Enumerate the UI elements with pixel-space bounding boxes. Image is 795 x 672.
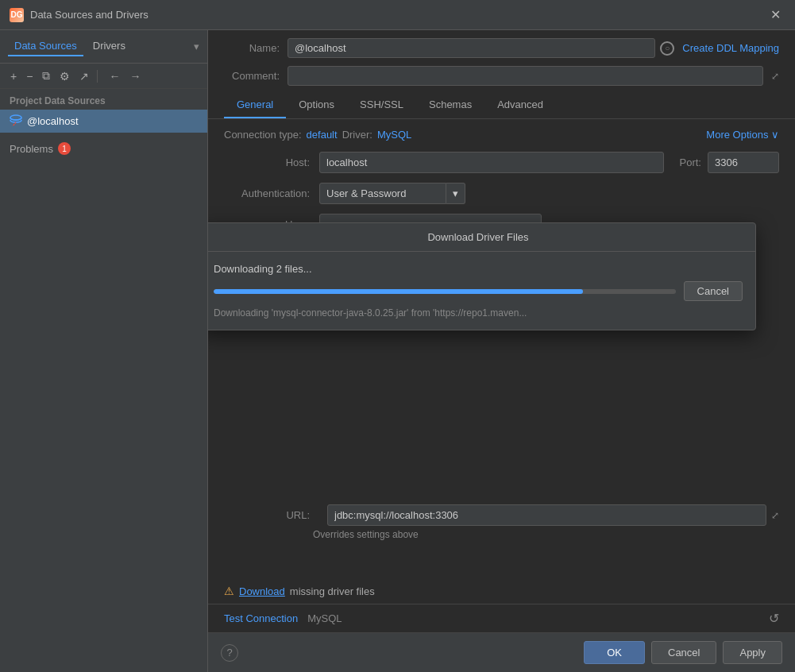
forward-button[interactable]: → [125,68,145,85]
url-label: URL: [224,509,319,521]
sidebar: Data Sources Drivers ▾ + − ⧉ ⚙ ↗ ← → Pro… [0,30,208,672]
comment-input[interactable] [288,66,763,86]
tab-advanced[interactable]: Advanced [484,92,556,118]
url-field-wrap: URL: ⤢ [224,504,779,526]
overrides-note: Overrides settings above [208,529,795,546]
sidebar-toolbar: + − ⧉ ⚙ ↗ ← → [0,64,207,89]
sidebar-item-label-localhost: @localhost [27,115,79,127]
driver-label: Driver: [342,129,372,141]
name-input-wrap: ○ [288,38,674,58]
test-connection-button[interactable]: Test Connection [224,612,298,624]
reset-button[interactable]: ↺ [769,611,779,626]
cancel-button[interactable]: Cancel [651,641,716,664]
port-input[interactable] [708,152,779,173]
missing-text: missing driver files [290,585,375,597]
dialog-title: Download Driver Files [208,223,755,252]
warning-icon: ⚠ [224,585,234,597]
download-detail: Downloading 'mysql-connector-java-8.0.25… [214,307,743,319]
dialog-body: Downloading 2 files... Cancel Downloadin… [208,252,755,330]
sidebar-tab-drivers[interactable]: Drivers [87,37,132,56]
title-bar-left: DG Data Sources and Drivers [10,8,149,22]
auth-row: Authentication: User & Password No auth … [224,183,779,204]
download-cancel-button[interactable]: Cancel [684,281,743,301]
comment-label: Comment: [224,70,280,82]
auth-select[interactable]: User & Password No auth Username only [319,183,446,204]
progress-bar-fill [214,289,583,294]
ok-button[interactable]: OK [584,641,645,664]
main-layout: Data Sources Drivers ▾ + − ⧉ ⚙ ↗ ← → Pro… [0,30,795,672]
expand-comment-button[interactable]: ⤢ [771,71,779,82]
share-button[interactable]: ↗ [75,68,93,85]
problems-section: Problems 1 [0,136,207,161]
title-bar: DG Data Sources and Drivers ✕ [0,0,795,30]
problems-label: Problems [10,143,53,155]
auth-label: Authentication: [224,187,319,199]
add-datasource-button[interactable]: + [6,68,21,85]
tab-options[interactable]: Options [286,92,347,118]
download-dialog: Download Driver Files Downloading 2 file… [208,222,756,330]
host-port-row: Host: Port: [224,152,779,173]
conn-info: Connection type: default Driver: MySQL [224,129,411,141]
sync-icon: ○ [660,41,674,56]
driver-value[interactable]: MySQL [377,129,411,141]
tabs-bar: General Options SSH/SSL Schemas Advanced [208,92,795,119]
sidebar-tab-arrow[interactable]: ▾ [194,41,199,52]
test-connection-label: MySQL [307,612,342,624]
expand-url-button[interactable]: ⤢ [771,510,779,521]
help-button[interactable]: ? [221,644,238,662]
name-label: Name: [224,42,280,54]
copy-datasource-button[interactable]: ⧉ [38,67,54,85]
remove-datasource-button[interactable]: − [22,68,37,85]
connection-type-row: Connection type: default Driver: MySQL M… [224,129,779,141]
content-area: Name: ○ Create DDL Mapping Comment: ⤢ Ge… [208,30,795,672]
comment-row: Comment: ⤢ [208,63,795,92]
app-icon: DG [10,8,24,22]
bottom-buttons: OK Cancel Apply [584,641,782,664]
download-missing-row: ⚠ Download missing driver files [208,578,795,604]
toolbar-separator [97,70,98,83]
datasource-icon [10,114,22,129]
url-input[interactable] [327,504,766,526]
url-input-wrap: ⤢ [327,504,779,526]
sidebar-tabs: Data Sources Drivers ▾ [0,30,207,64]
downloading-label: Downloading 2 files... [214,263,743,275]
name-input[interactable] [288,38,655,58]
url-row: URL: ⤢ [208,495,795,529]
problems-badge: 1 [58,142,71,155]
apply-button[interactable]: Apply [723,641,782,664]
connection-type-value[interactable]: default [307,129,338,141]
project-data-sources-label: Project Data Sources [0,89,207,110]
download-link[interactable]: Download [239,585,285,597]
auth-select-arrow[interactable]: ▾ [446,183,465,204]
host-label: Host: [224,156,319,168]
create-ddl-button[interactable]: Create DDL Mapping [682,42,779,54]
test-connection-row: Test Connection MySQL ↺ [208,604,795,632]
connection-type-label: Connection type: [224,129,302,141]
svg-line-1 [13,122,16,126]
more-options-button[interactable]: More Options ∨ [706,129,779,141]
auth-select-wrap: User & Password No auth Username only ▾ [319,183,465,204]
close-button[interactable]: ✕ [766,6,785,24]
settings-button[interactable]: ⚙ [56,68,74,85]
progress-row: Cancel [214,281,743,301]
sidebar-item-localhost[interactable]: @localhost [0,110,207,133]
tab-general[interactable]: General [224,92,286,118]
toolbar-nav: ← → [105,68,145,85]
tab-schemas[interactable]: Schemas [416,92,484,118]
name-row: Name: ○ Create DDL Mapping [208,30,795,63]
title-bar-text: Data Sources and Drivers [30,9,149,21]
back-button[interactable]: ← [105,68,124,85]
progress-bar-wrap [214,289,676,294]
sidebar-tab-datasources[interactable]: Data Sources [8,37,83,56]
host-input[interactable] [319,152,664,173]
bottom-bar: ? OK Cancel Apply [208,632,795,672]
tab-sshssl[interactable]: SSH/SSL [347,92,416,118]
port-label: Port: [680,156,701,168]
tab-content-general: Connection type: default Driver: MySQL M… [208,119,795,495]
